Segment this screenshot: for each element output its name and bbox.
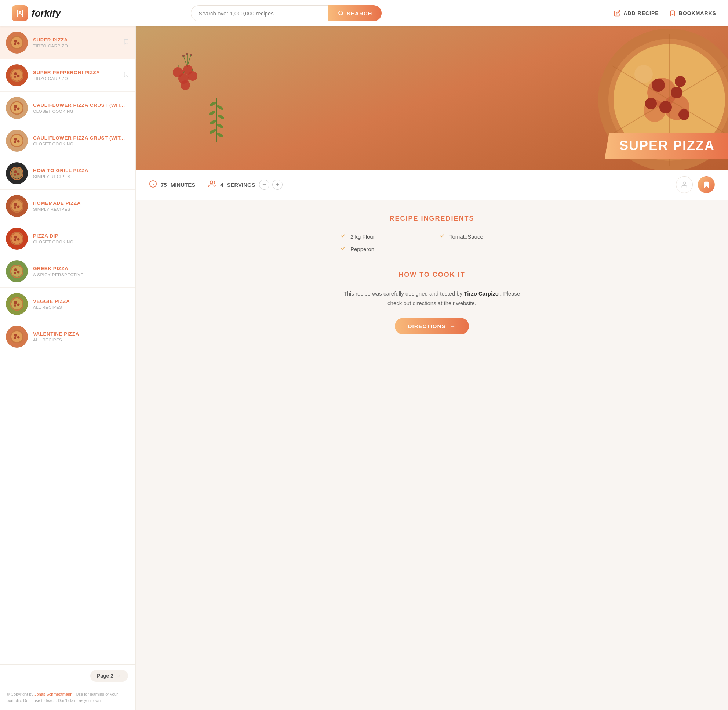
recipe-item-title: PIZZA DIP <box>33 233 129 239</box>
svg-point-50 <box>17 271 20 273</box>
logo-icon <box>12 5 28 21</box>
recipe-item-source: CLOSET COOKING <box>33 142 129 146</box>
recipe-item-source: TIRZO CARPIZO <box>33 44 118 48</box>
servings-controls <box>259 179 283 190</box>
svg-point-37 <box>14 203 17 206</box>
svg-point-31 <box>14 170 17 173</box>
cook-author: Tirzo Carpizo <box>464 290 499 296</box>
pizza-thumb-art <box>6 227 28 249</box>
recipe-list-item[interactable]: SUPER PIZZA TIRZO CARPIZO <box>0 26 135 59</box>
page-2-button[interactable]: Page 2 → <box>90 670 128 682</box>
svg-point-7 <box>14 40 17 43</box>
recipe-list-item[interactable]: VALENTINE PIZZA ALL RECIPES <box>0 320 135 353</box>
directions-button[interactable]: DIRECTIONS → <box>395 318 469 334</box>
svg-point-20 <box>17 107 20 110</box>
ingredients-title: RECIPE INGREDIENTS <box>158 215 706 223</box>
svg-point-60 <box>12 331 22 342</box>
pizza-thumb-art <box>6 64 28 86</box>
svg-point-61 <box>14 334 17 337</box>
recipe-item-title: HOW TO GRILL PIZZA <box>33 168 129 173</box>
ingredient-item: TomateSauce <box>439 233 524 240</box>
recipe-list-item[interactable]: CAULIFLOWER PIZZA CRUST (WIT... CLOSET C… <box>0 125 135 157</box>
recipe-item-title: CAULIFLOWER PIZZA CRUST (WIT... <box>33 103 129 108</box>
user-icon <box>681 181 688 188</box>
svg-point-8 <box>17 42 20 45</box>
user-action-button[interactable] <box>676 176 693 193</box>
recipe-item-source: SIMPLY RECIPES <box>33 175 129 179</box>
search-input[interactable] <box>191 5 328 21</box>
cook-section: HOW TO COOK IT This recipe was carefully… <box>158 271 706 334</box>
svg-point-42 <box>12 233 22 244</box>
bookmark-icon <box>669 10 676 16</box>
recipe-list-item[interactable]: SUPER PEPPERONI PIZZA TIRZO CARPIZO <box>0 59 135 92</box>
arrow-right-icon: → <box>116 673 122 679</box>
svg-point-62 <box>17 336 20 339</box>
increase-servings-button[interactable] <box>272 179 283 190</box>
recipe-item-title: HOMEMADE PIZZA <box>33 201 129 206</box>
cook-title: HOW TO COOK IT <box>158 271 706 279</box>
recipe-list-item[interactable]: GREEK PIZZA A SPICY PERSPECTIVE <box>0 255 135 288</box>
header-actions: ADD RECIPE BOOKMARKS <box>614 10 716 16</box>
svg-point-32 <box>17 173 20 176</box>
svg-point-25 <box>14 138 17 141</box>
ingredients-grid: 2 kg Flour TomateSauce Pepperoni <box>340 233 524 252</box>
main-layout: SUPER PIZZA TIRZO CARPIZO <box>0 26 728 710</box>
bookmarks-button[interactable]: BOOKMARKS <box>669 10 716 16</box>
recipe-info: SUPER PEPPERONI PIZZA TIRZO CARPIZO <box>33 70 118 81</box>
decrease-servings-button[interactable] <box>259 179 270 190</box>
svg-point-33 <box>14 174 16 176</box>
svg-point-56 <box>17 304 20 306</box>
recipe-info: PIZZA DIP CLOSET COOKING <box>33 233 129 244</box>
recipe-thumbnail <box>6 195 28 217</box>
svg-point-44 <box>17 238 20 241</box>
recipe-item-title: VALENTINE PIZZA <box>33 331 129 337</box>
recipe-list-item[interactable]: PIZZA DIP CLOSET COOKING <box>0 223 135 255</box>
svg-point-102 <box>645 98 657 109</box>
svg-point-36 <box>12 201 22 211</box>
svg-line-4 <box>342 14 343 15</box>
svg-point-63 <box>14 337 16 339</box>
content-area: SUPER PIZZA 75 MINUTES <box>136 26 728 710</box>
recipe-thumbnail <box>6 293 28 315</box>
time-meta: 75 MINUTES <box>149 180 195 190</box>
pizza-thumb-art <box>6 293 28 315</box>
svg-point-51 <box>14 272 16 274</box>
svg-point-12 <box>12 70 22 81</box>
svg-point-110 <box>683 182 686 185</box>
sidebar-footer: Page 2 → <box>0 665 135 687</box>
svg-point-15 <box>14 76 16 78</box>
people-icon <box>208 180 217 190</box>
recipe-list-item[interactable]: VEGGIE PIZZA ALL RECIPES <box>0 288 135 320</box>
svg-point-18 <box>12 103 22 113</box>
recipe-thumbnail <box>6 64 28 86</box>
search-button[interactable]: SEARCH <box>328 5 382 21</box>
svg-point-38 <box>17 205 20 208</box>
recipe-info: SUPER PIZZA TIRZO CARPIZO <box>33 37 118 48</box>
recipe-item-title: SUPER PEPPERONI PIZZA <box>33 70 118 75</box>
recipe-info: CAULIFLOWER PIZZA CRUST (WIT... CLOSET C… <box>33 135 129 146</box>
copyright-link[interactable]: Jonas Schmedtmann <box>35 692 72 697</box>
recipe-item-title: SUPER PIZZA <box>33 37 118 43</box>
recipe-list-item[interactable]: CAULIFLOWER PIZZA CRUST (WIT... CLOSET C… <box>0 92 135 125</box>
recipe-list-item[interactable]: HOMEMADE PIZZA SIMPLY RECIPES <box>0 190 135 223</box>
svg-point-21 <box>14 108 16 110</box>
logo-text: forkify <box>32 8 60 19</box>
servings-meta: 4 SERVINGS <box>208 179 283 190</box>
svg-point-49 <box>14 268 17 271</box>
recipe-info: VEGGIE PIZZA ALL RECIPES <box>33 298 129 310</box>
recipe-bookmark-button[interactable] <box>698 176 715 193</box>
svg-point-0 <box>19 11 21 13</box>
pizza-thumb-art <box>6 195 28 217</box>
svg-point-104 <box>634 65 653 83</box>
svg-point-45 <box>14 239 16 241</box>
pizza-thumb-art <box>6 130 28 152</box>
recipe-list-item[interactable]: HOW TO GRILL PIZZA SIMPLY RECIPES <box>0 157 135 190</box>
svg-point-14 <box>17 75 20 78</box>
ingredient-text: 2 kg Flour <box>350 233 375 240</box>
ingredient-item: Pepperoni <box>340 245 425 252</box>
svg-point-19 <box>14 105 17 108</box>
svg-point-6 <box>12 37 22 48</box>
recipe-thumbnail <box>6 162 28 184</box>
recipe-item-source: ALL RECIPES <box>33 338 129 342</box>
add-recipe-button[interactable]: ADD RECIPE <box>614 10 659 16</box>
